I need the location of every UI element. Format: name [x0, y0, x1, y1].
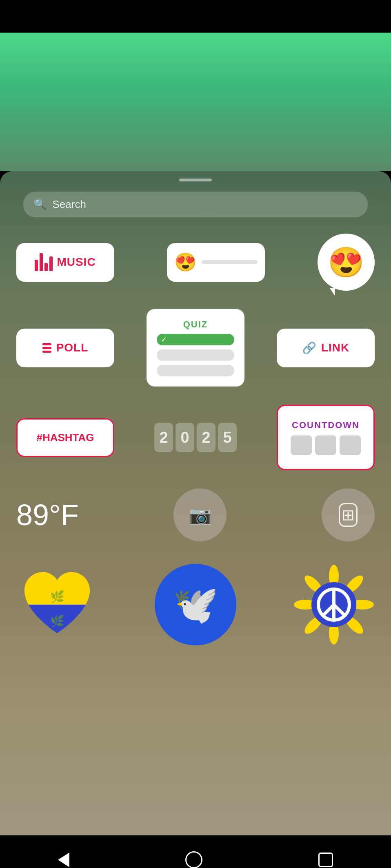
ukraine-heart-svg: 🌿 🌿 — [16, 564, 98, 645]
digit-2: 2 — [154, 423, 173, 452]
music-bar — [49, 256, 53, 271]
music-bar — [44, 263, 48, 271]
quiz-sticker[interactable]: QUIZ ✓ — [147, 309, 244, 387]
svg-text:🌿: 🌿 — [50, 614, 64, 628]
music-bar — [40, 253, 43, 271]
digit-5: 5 — [218, 423, 237, 452]
countdown-label: COUNTDOWN — [292, 420, 360, 431]
poll-sticker[interactable]: POLL — [16, 329, 114, 367]
back-button[interactable] — [58, 853, 69, 867]
digit-2b: 2 — [197, 423, 215, 452]
sticker-row-2: POLL QUIZ ✓ 🔗 LINK — [16, 309, 375, 387]
poll-label: POLL — [56, 341, 89, 354]
slider-emoji-icon: 😍 — [174, 253, 197, 271]
search-icon: 🔍 — [33, 198, 47, 211]
countdown-boxes — [291, 435, 361, 455]
digit-0: 0 — [176, 423, 194, 452]
hashtag-label: #HASHTAG — [36, 431, 94, 444]
music-bar — [35, 260, 38, 271]
poll-line — [42, 343, 51, 345]
speech-tail — [330, 288, 335, 296]
poll-line — [42, 347, 51, 349]
ukraine-heart-sticker[interactable]: 🌿 🌿 — [16, 564, 98, 645]
slider-track — [202, 260, 258, 264]
countdown-box-2 — [315, 435, 336, 455]
quiz-title: QUIZ — [183, 319, 208, 330]
camera-button[interactable]: 📷 — [173, 488, 227, 541]
sunflower-peace-svg — [293, 564, 375, 645]
sticker-row-3: #HASHTAG 2 0 2 5 COUNTDOWN — [16, 405, 375, 470]
dove-emoji: 🕊️ — [173, 583, 218, 626]
sticker-row-ukraine: 🌿 🌿 🕊️ — [0, 564, 391, 645]
search-bar[interactable]: 🔍 Search — [23, 192, 367, 217]
camera-icon: 📷 — [189, 504, 211, 526]
add-story-button[interactable]: ⊞ — [322, 488, 375, 541]
quiz-empty-bar — [157, 349, 234, 361]
temperature-widget: 89°F — [16, 498, 79, 532]
quiz-correct-bar: ✓ — [157, 334, 234, 345]
quiz-check-icon: ✓ — [161, 335, 167, 344]
music-sticker[interactable]: MUSIC — [16, 243, 114, 282]
sunflower-peace-sticker[interactable] — [293, 564, 375, 645]
nav-bar — [0, 835, 391, 868]
stickers-grid: MUSIC 😍 😍 POLL QUIZ — [0, 234, 391, 470]
add-icon: ⊞ — [339, 503, 358, 527]
svg-text:🌿: 🌿 — [50, 590, 64, 603]
countdown-sticker[interactable]: COUNTDOWN — [277, 405, 375, 470]
hashtag-sticker[interactable]: #HASHTAG — [16, 418, 114, 457]
year-sticker[interactable]: 2 0 2 5 — [151, 418, 240, 457]
quiz-empty-bar-2 — [157, 365, 234, 376]
background-header — [0, 33, 391, 171]
peace-dove-sticker[interactable]: 🕊️ — [155, 564, 236, 645]
recents-button[interactable] — [318, 853, 333, 867]
link-icon: 🔗 — [302, 341, 316, 355]
music-label: MUSIC — [57, 256, 96, 269]
link-sticker[interactable]: 🔗 LINK — [277, 329, 375, 367]
drag-handle[interactable] — [179, 179, 212, 181]
countdown-box-1 — [291, 435, 312, 455]
sticker-row-1: MUSIC 😍 😍 — [16, 234, 375, 291]
poll-line — [42, 351, 51, 353]
home-button[interactable] — [185, 851, 202, 868]
poll-icon — [42, 343, 51, 353]
speech-bubble-sticker[interactable]: 😍 — [318, 234, 375, 291]
status-bar — [0, 0, 391, 33]
speech-bubble-emoji: 😍 — [328, 245, 364, 280]
music-bars-icon — [35, 253, 53, 271]
link-label: LINK — [321, 341, 349, 354]
sticker-picker-sheet: 🔍 Search MUSIC 😍 😍 — [0, 171, 391, 835]
emoji-slider-sticker[interactable]: 😍 — [167, 243, 265, 282]
search-input[interactable]: Search — [52, 198, 86, 211]
countdown-box-3 — [340, 435, 361, 455]
bottom-widgets: 89°F 📷 ⊞ — [0, 488, 391, 541]
